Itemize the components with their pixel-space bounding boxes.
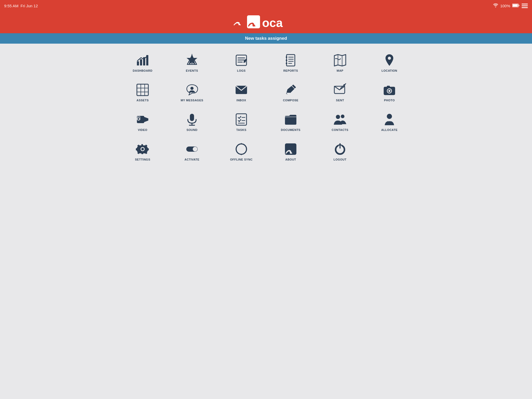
logs-button[interactable]: LOGS — [217, 49, 266, 76]
settings-icon — [136, 142, 149, 156]
compose-label: COMPOSE — [283, 99, 298, 102]
svg-point-13 — [191, 63, 193, 64]
logout-button[interactable]: LOGOUT — [315, 138, 365, 165]
logs-icon — [235, 54, 248, 67]
photo-icon — [383, 83, 396, 97]
dashboard-icon — [136, 54, 149, 67]
app-header: oca — [0, 11, 532, 33]
logs-label: LOGS — [237, 69, 245, 72]
my-messages-icon — [185, 83, 199, 97]
activate-label: ACTIVATE — [184, 158, 199, 161]
svg-point-29 — [388, 57, 391, 60]
status-bar: 9:55 AM Fri Jun 12 100% — [0, 0, 532, 11]
svg-point-63 — [193, 147, 197, 151]
offline-sync-label: OFFLINE SYNC — [230, 158, 253, 161]
video-label: VIDEO — [138, 128, 148, 131]
allocate-icon — [383, 113, 396, 126]
app-logo: oca — [233, 14, 299, 30]
battery-label: 100% — [500, 4, 510, 8]
assets-icon — [136, 83, 149, 97]
compose-icon — [284, 83, 297, 97]
sound-button[interactable]: SOUND — [167, 108, 217, 135]
map-icon — [333, 54, 347, 67]
map-label: MAP — [337, 69, 343, 72]
status-right: 100% — [493, 3, 528, 8]
location-label: LOCATION — [382, 69, 397, 72]
offline-sync-button[interactable]: OFFLINE SYNC — [217, 138, 266, 165]
svg-point-19 — [286, 56, 287, 58]
svg-point-20 — [286, 59, 287, 61]
svg-point-21 — [286, 63, 287, 64]
svg-point-44 — [388, 90, 390, 92]
svg-point-61 — [141, 148, 144, 150]
location-button[interactable]: LOCATION — [365, 49, 414, 76]
reports-button[interactable]: REPORTS — [266, 49, 315, 76]
sent-label: SENT — [336, 99, 344, 102]
reports-icon — [284, 54, 297, 67]
notification-bar: New tasks assigned — [0, 33, 532, 44]
about-icon — [284, 142, 297, 156]
contacts-button[interactable]: CONTACTS — [315, 108, 365, 135]
compose-button[interactable]: COMPOSE — [266, 78, 315, 105]
svg-point-48 — [138, 118, 139, 120]
events-button[interactable]: EVENTS — [167, 49, 217, 76]
events-icon — [185, 54, 199, 67]
logout-label: LOGOUT — [334, 158, 347, 161]
assets-label: ASSETS — [136, 99, 149, 102]
dashboard-button[interactable]: DASHBOARD — [118, 49, 167, 76]
svg-marker-26 — [334, 55, 346, 66]
allocate-label: ALLOCATE — [381, 128, 397, 131]
tasks-icon — [235, 113, 248, 126]
battery-icon — [512, 4, 520, 8]
time: 9:55 AM — [4, 4, 18, 8]
logout-icon — [333, 142, 347, 156]
sound-label: SOUND — [187, 128, 197, 131]
inbox-button[interactable]: INBOX — [217, 78, 266, 105]
inbox-icon — [235, 83, 248, 97]
events-label: EVENTS — [186, 69, 198, 72]
settings-button[interactable]: SETTINGS — [118, 138, 167, 165]
sent-icon — [333, 83, 347, 97]
activate-button[interactable]: ACTIVATE — [167, 138, 217, 165]
activate-icon — [185, 142, 199, 156]
sent-button[interactable]: SENT — [315, 78, 365, 105]
map-button[interactable]: MAP — [315, 49, 365, 76]
offline-sync-icon — [235, 142, 248, 156]
allocate-button[interactable]: ALLOCATE — [365, 108, 414, 135]
about-label: ABOUT — [285, 158, 296, 161]
contacts-icon — [333, 113, 347, 126]
reports-label: REPORTS — [283, 69, 298, 72]
wifi-icon — [493, 3, 498, 8]
svg-rect-12 — [191, 59, 192, 62]
assets-button[interactable]: ASSETS — [118, 78, 167, 105]
svg-rect-18 — [287, 55, 295, 66]
my-messages-label: MY MESSAGES — [181, 99, 203, 102]
documents-icon — [284, 113, 297, 126]
inbox-label: INBOX — [236, 99, 246, 102]
svg-point-58 — [341, 115, 344, 118]
svg-rect-9 — [140, 59, 142, 65]
svg-point-4 — [238, 24, 240, 25]
settings-label: SETTINGS — [135, 158, 150, 161]
photo-label: PHOTO — [384, 99, 395, 102]
location-icon — [383, 54, 396, 67]
tasks-label: TASKS — [236, 128, 247, 131]
svg-rect-45 — [387, 86, 390, 87]
svg-point-65 — [290, 152, 292, 154]
svg-point-6 — [252, 24, 255, 26]
svg-rect-50 — [190, 114, 194, 121]
hamburger-menu[interactable] — [522, 4, 528, 8]
svg-text:oca: oca — [262, 16, 283, 30]
tasks-button[interactable]: TASKS — [217, 108, 266, 135]
sound-icon — [185, 113, 199, 126]
svg-point-59 — [387, 114, 392, 119]
documents-label: DOCUMENTS — [281, 128, 300, 131]
svg-rect-8 — [137, 61, 139, 65]
my-messages-button[interactable]: MY MESSAGES — [167, 78, 217, 105]
about-button[interactable]: ABOUT — [266, 138, 315, 165]
icon-grid: DASHBOARD EVENTS LOGS — [110, 44, 422, 170]
video-button[interactable]: VIDEO — [118, 108, 167, 135]
photo-button[interactable]: PHOTO — [365, 78, 414, 105]
documents-button[interactable]: DOCUMENTS — [266, 108, 315, 135]
svg-rect-1 — [513, 4, 518, 6]
